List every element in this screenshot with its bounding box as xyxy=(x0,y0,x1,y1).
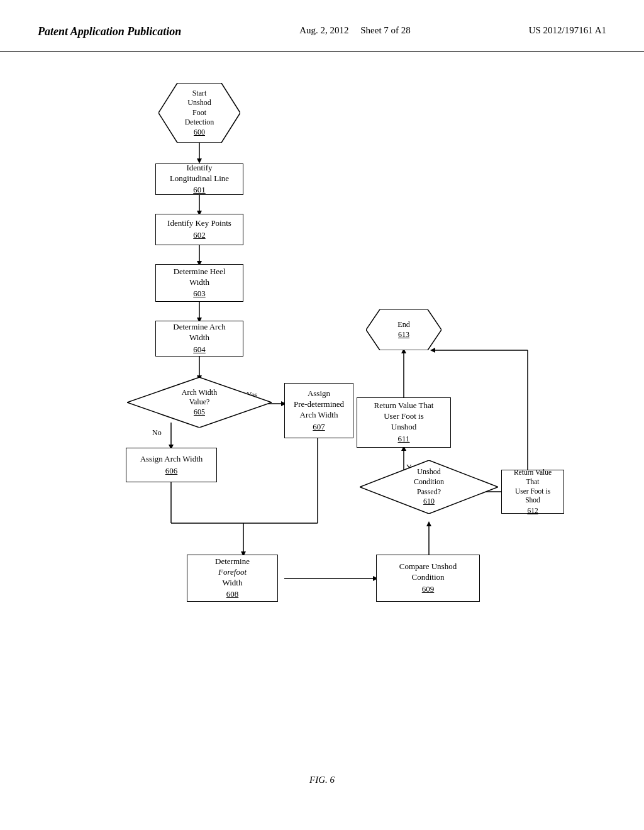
node-602-ref: 602 xyxy=(193,230,206,241)
node-606: Assign Arch Width 606 xyxy=(126,448,217,482)
start-label: StartUnshodFootDetection600 xyxy=(185,89,214,138)
node-605-label: Arch WidthValue?605 xyxy=(182,388,217,418)
fig-label: FIG. 6 xyxy=(309,775,335,785)
node-610: UnshodConditionPassed?610 xyxy=(360,460,498,514)
svg-marker-22 xyxy=(426,521,431,526)
node-609: Compare UnshodCondition 609 xyxy=(376,555,480,602)
node-609-ref: 609 xyxy=(422,584,435,595)
node-start: StartUnshodFootDetection600 xyxy=(158,83,240,143)
node-604-ref: 604 xyxy=(193,345,206,355)
flowchart: Yes No Yes No StartUnshodFootDetection60… xyxy=(77,70,567,762)
node-607-ref: 607 xyxy=(313,422,325,433)
publication-title: Patent Application Publication xyxy=(38,25,181,38)
node-603-ref: 603 xyxy=(193,289,206,299)
node-605: Arch WidthValue?605 xyxy=(127,377,272,428)
node-604: Determine ArchWidth 604 xyxy=(155,321,243,357)
publication-date: Aug. 2, 2012 xyxy=(299,25,348,35)
page-header: Patent Application Publication Aug. 2, 2… xyxy=(0,0,644,52)
header-left: Patent Application Publication xyxy=(38,25,181,38)
node-611-ref: 611 xyxy=(397,434,409,445)
node-612-ref: 612 xyxy=(527,506,538,516)
node-606-ref: 606 xyxy=(165,466,178,477)
main-content: Yes No Yes No StartUnshodFootDetection60… xyxy=(0,52,644,804)
node-603: Determine HeelWidth 603 xyxy=(155,264,243,302)
end-label: End613 xyxy=(397,320,409,340)
header-right: US 2012/197161 A1 xyxy=(529,25,606,36)
node-602: Identify Key Points 602 xyxy=(155,214,243,245)
node-607: AssignPre-determinedArch Width 607 xyxy=(284,383,353,438)
node-612: Return Value ThatUser Foot is Shod 612 xyxy=(501,470,564,514)
node-end: End613 xyxy=(366,309,441,350)
node-601: IdentifyLongitudinal Line 601 xyxy=(155,163,243,195)
svg-text:No: No xyxy=(152,428,162,437)
patent-number: US 2012/197161 A1 xyxy=(529,25,606,35)
node-601-ref: 601 xyxy=(193,185,206,196)
node-611: Return Value ThatUser Foot isUnshod 611 xyxy=(357,397,451,448)
node-608-ref: 608 xyxy=(226,589,239,600)
node-608: DetermineForefoot Width 608 xyxy=(187,555,278,602)
figure-caption: FIG. 6 xyxy=(309,775,335,785)
node-610-label: UnshodConditionPassed?610 xyxy=(414,467,444,506)
sheet-info: Sheet 7 of 28 xyxy=(360,25,411,35)
header-center: Aug. 2, 2012 Sheet 7 of 28 xyxy=(299,25,411,36)
